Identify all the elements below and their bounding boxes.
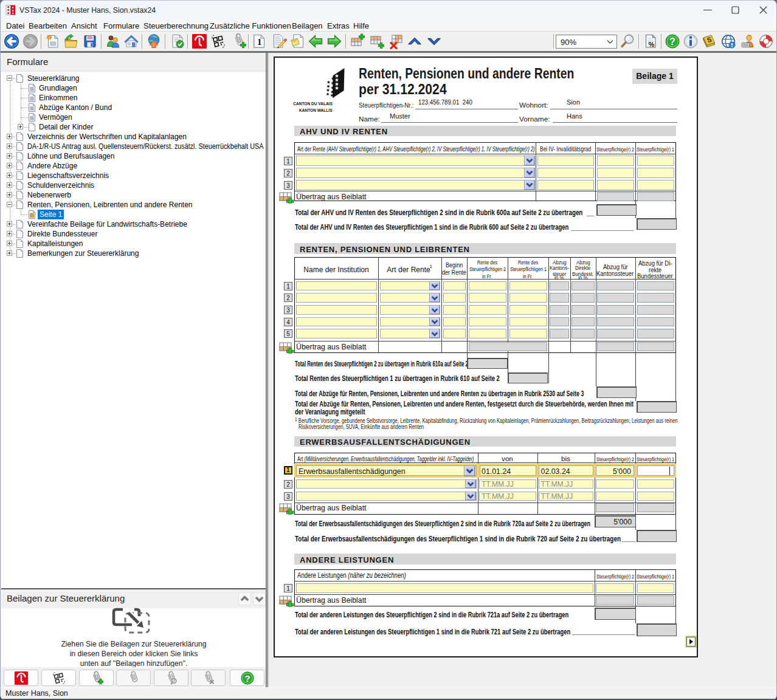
svg-text:%: % [649,41,655,48]
svg-text:?: ? [244,674,250,684]
svg-text:?: ? [669,36,675,47]
svg-text:1: 1 [257,37,262,47]
